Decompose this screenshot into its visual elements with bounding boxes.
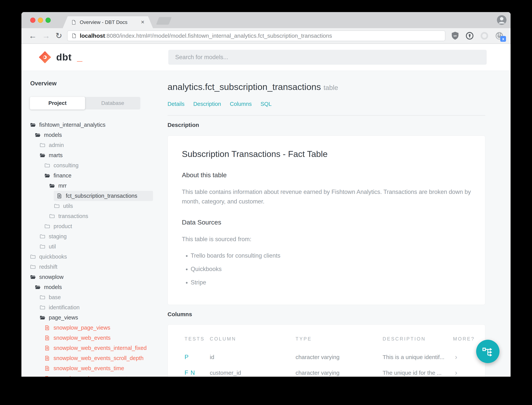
tree-item-quickbooks[interactable]: quickbooks <box>30 252 153 262</box>
divider <box>168 115 485 116</box>
svg-text:uo: uo <box>453 34 457 37</box>
tree-item-label: models <box>44 284 62 290</box>
column-header-tests: TESTS <box>184 336 210 349</box>
tab-title: Overview - DBT Docs <box>80 19 137 25</box>
tree-item-mrr[interactable]: mrr <box>49 181 153 191</box>
site-header: dbt_ <box>21 44 511 71</box>
tree-item-label: snowplow_web_events_time <box>53 365 124 371</box>
address-bar[interactable]: localhost:8080/index.html#!/model/model.… <box>67 30 445 41</box>
browser-tab[interactable]: Overview - DBT Docs ✕ <box>63 16 153 28</box>
column-name-cell: customer_id <box>210 365 296 377</box>
tree-item-consulting[interactable]: consulting <box>44 160 153 170</box>
folder-closed-icon <box>39 244 45 250</box>
tree-item-fct_subscription_transactions[interactable]: fct_subscription_transactions <box>54 191 153 201</box>
project-file-tree: fishtown_internal_analyticsmodelsadminma… <box>28 120 166 377</box>
url-text: localhost:8080/index.html#!/model/model.… <box>80 33 332 39</box>
tree-item-redshift[interactable]: redshift <box>30 262 153 272</box>
folder-closed-icon <box>39 304 45 310</box>
tree-item-label: transactions <box>58 213 88 219</box>
tree-item-label: redshift <box>39 264 57 270</box>
back-icon[interactable]: ← <box>26 32 39 40</box>
dbt-docs-site: dbt_ Overview ProjectDatabase fishtown_i… <box>21 44 511 377</box>
proxy-power-icon[interactable]: x <box>495 31 504 40</box>
model-search-input[interactable] <box>168 50 487 65</box>
columns-table: TESTSCOLUMNTYPEDESCRIPTIONMORE? Pidchara… <box>184 336 468 377</box>
nav-link-description[interactable]: Description <box>193 101 221 107</box>
ublock-shield-icon[interactable]: uo <box>451 31 459 40</box>
sidebar-tab-project[interactable]: Project <box>30 97 85 109</box>
sidebar-overview-link[interactable]: Overview <box>28 80 166 87</box>
zoom-window-button[interactable] <box>46 18 51 23</box>
folder-closed-icon <box>39 142 45 148</box>
close-window-button[interactable] <box>30 18 35 23</box>
tab-close-icon[interactable]: ✕ <box>141 20 144 25</box>
folder-closed-icon <box>39 234 45 239</box>
tree-item-transactions[interactable]: transactions <box>49 211 153 221</box>
nav-link-columns[interactable]: Columns <box>230 101 252 107</box>
tree-item-staging[interactable]: staging <box>39 231 153 242</box>
folder-open-icon <box>35 284 40 290</box>
nav-link-details[interactable]: Details <box>168 101 184 107</box>
page-title: analytics.fct_subscription_transactionst… <box>168 81 485 92</box>
tree-item-identification[interactable]: identification <box>39 302 153 313</box>
proxy-x-badge: x <box>500 36 506 42</box>
sidebar-view-switch: ProjectDatabase <box>30 97 140 109</box>
tree-item-snowplow_page_views[interactable]: snowplow_page_views <box>44 323 153 333</box>
file-icon <box>44 376 50 377</box>
onepassword-icon[interactable] <box>466 32 474 40</box>
file-icon <box>56 193 62 199</box>
tree-item-label: staging <box>49 233 67 240</box>
folder-closed-icon <box>44 162 50 169</box>
extension-disabled-icon[interactable] <box>480 32 489 40</box>
description-section-label: Description <box>168 122 485 128</box>
file-icon <box>44 325 50 331</box>
nav-link-sql[interactable]: SQL <box>260 101 272 107</box>
expand-row-chevron-icon[interactable]: › <box>453 349 468 365</box>
folder-closed-icon <box>30 264 36 270</box>
section-nav: DetailsDescriptionColumnsSQL <box>168 101 485 107</box>
tree-item-snowplow_web_events_time[interactable]: snowplow_web_events_time <box>44 363 153 373</box>
tree-item-marts[interactable]: marts <box>39 150 153 160</box>
tree-item-models[interactable]: models <box>35 130 153 140</box>
file-icon <box>44 345 50 351</box>
tree-item-utils[interactable]: utils <box>54 201 153 211</box>
snowflake-icon[interactable]: ❄ <box>510 32 511 40</box>
folder-open-icon <box>44 173 50 179</box>
expand-row-chevron-icon[interactable]: › <box>453 365 468 377</box>
tree-item-admin[interactable]: admin <box>39 140 153 150</box>
reload-icon[interactable]: ↻ <box>53 32 65 40</box>
browser-profile-avatar[interactable] <box>497 15 507 25</box>
tree-item-snowplow_web_page_context[interactable]: snowplow_web_page_context <box>44 373 153 377</box>
table-row-id[interactable]: Pidcharacter varyingThis is a unique ide… <box>184 349 468 365</box>
file-icon <box>44 335 50 341</box>
column-name-cell: id <box>210 349 296 365</box>
url-path: :8080/index.html#!/model/model.fishtown_… <box>105 33 332 39</box>
columns-table-header-row: TESTSCOLUMNTYPEDESCRIPTIONMORE? <box>184 336 468 349</box>
tree-item-snowplow_web_events[interactable]: snowplow_web_events <box>44 333 153 343</box>
source-item: Quickbooks <box>191 264 471 274</box>
tree-item-page_views[interactable]: page_views <box>39 313 153 323</box>
columns-card: TESTSCOLUMNTYPEDESCRIPTIONMORE? Pidchara… <box>168 324 485 377</box>
tree-item-util[interactable]: util <box>39 242 153 252</box>
table-row-customer_id[interactable]: F Ncustomer_idcharacter varyingThe uniqu… <box>184 365 468 377</box>
minimize-window-button[interactable] <box>38 18 43 23</box>
tree-item-label: snowplow <box>39 274 64 280</box>
folder-closed-icon <box>30 254 36 260</box>
sidebar-tab-database[interactable]: Database <box>85 97 140 109</box>
tree-item-label: fct_subscription_transactions <box>66 193 137 199</box>
tree-item-models[interactable]: models <box>35 282 153 292</box>
materialization-badge: table <box>324 84 338 91</box>
tree-item-snowplow_web_events_internal_fixed[interactable]: snowplow_web_events_internal_fixed <box>44 343 153 353</box>
tree-item-snowplow_web_events_scroll_depth[interactable]: snowplow_web_events_scroll_depth <box>44 353 153 363</box>
tree-item-snowplow[interactable]: snowplow <box>30 272 153 282</box>
tree-item-product[interactable]: product <box>44 221 153 231</box>
lineage-graph-icon <box>482 346 493 357</box>
columns-section-label: Columns <box>168 311 485 317</box>
tree-item-label: snowplow_web_page_context <box>53 375 128 377</box>
tree-item-finance[interactable]: finance <box>44 170 153 181</box>
new-tab-button[interactable] <box>156 17 172 25</box>
dbt-logo[interactable]: dbt_ <box>39 51 82 64</box>
tree-item-fishtown_internal_analytics[interactable]: fishtown_internal_analytics <box>30 120 153 130</box>
tree-item-base[interactable]: base <box>39 292 153 302</box>
view-lineage-graph-button[interactable] <box>476 340 499 363</box>
